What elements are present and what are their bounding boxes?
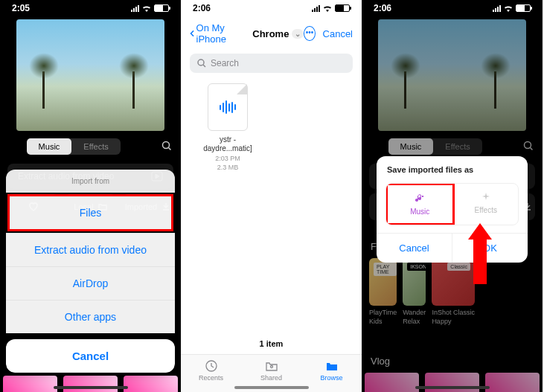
status-bar: 2:05	[0, 0, 181, 16]
wifi-icon	[142, 5, 151, 12]
video-preview[interactable]	[16, 19, 164, 131]
file-name: ystr -	[194, 135, 261, 144]
search-icon[interactable]	[161, 141, 172, 153]
file-size: 2.3 MB	[194, 164, 261, 171]
modal-title: Save imported files as	[377, 156, 528, 183]
save-type-choices: Music Effects	[385, 183, 519, 225]
search-field[interactable]: Search	[190, 54, 353, 73]
tab-recents[interactable]: Recents	[181, 355, 241, 392]
annotation-arrow	[470, 223, 490, 283]
signal-icon	[493, 5, 501, 12]
folder-icon	[325, 359, 339, 373]
status-icons	[493, 4, 531, 12]
signal-icon	[312, 5, 320, 12]
audio-tabs: Music Effects	[0, 134, 181, 159]
svg-point-2	[198, 60, 204, 65]
sparkle-icon	[480, 191, 492, 203]
option-other-apps[interactable]: Other apps	[6, 300, 175, 333]
save-as-modal: Save imported files as Music Effects Can…	[377, 156, 528, 263]
choice-music[interactable]: Music	[385, 183, 455, 225]
modal-cancel[interactable]: Cancel	[377, 234, 452, 263]
files-cancel[interactable]: Cancel	[323, 28, 353, 39]
choice-effects[interactable]: Effects	[454, 184, 519, 225]
tab-effects[interactable]: Effects	[71, 138, 120, 155]
wifi-icon	[323, 5, 332, 12]
tab-browse[interactable]: Browse	[301, 355, 362, 392]
search-placeholder: Search	[211, 58, 239, 68]
home-indicator	[415, 386, 490, 389]
status-bar: 2:06	[362, 0, 543, 16]
back-button[interactable]: On My iPhone	[190, 22, 240, 45]
sheet-title: Import from	[6, 170, 175, 193]
vlog-thumbs	[0, 376, 181, 392]
file-name: daydre...matic]	[194, 144, 261, 153]
svg-point-0	[163, 141, 170, 148]
screen-2-files-browser: 2:06 On My iPhone Chrome ⌄ ••• Cancel Se…	[181, 0, 362, 392]
clock: 2:06	[374, 3, 391, 13]
search-icon	[197, 59, 206, 68]
battery-icon	[516, 4, 531, 12]
screen-3-save-dialog: 2:06 Music Effects Extract audio from vi…	[362, 0, 543, 392]
files-navbar: On My iPhone Chrome ⌄ ••• Cancel	[181, 16, 362, 51]
chevron-down-icon: ⌄	[292, 29, 304, 39]
segment-control: Music Effects	[27, 138, 121, 155]
tab-music[interactable]: Music	[27, 138, 72, 155]
music-note-icon	[414, 193, 426, 205]
screen-1-music-import: 2:05 Music Effects Extract audio from vi…	[0, 0, 181, 392]
clock: 2:05	[12, 3, 30, 13]
shared-folder-icon	[265, 359, 278, 373]
file-item[interactable]: ystr - daydre...matic] 2:03 PM 2.3 MB	[194, 83, 261, 171]
status-bar: 2:06	[181, 0, 362, 16]
chevron-left-icon	[190, 28, 195, 39]
clock-icon	[205, 359, 218, 373]
battery-icon	[335, 4, 350, 12]
clock: 2:06	[193, 3, 211, 13]
option-files[interactable]: Files	[7, 194, 173, 231]
home-indicator	[54, 386, 128, 389]
import-action-sheet: Import from Files Extract audio from vid…	[6, 170, 175, 373]
svg-point-4	[270, 366, 272, 368]
home-indicator	[234, 386, 309, 389]
sheet-cancel[interactable]: Cancel	[6, 339, 175, 373]
files-bottom: 1 item Recents Shared Browse	[181, 333, 362, 392]
folder-title[interactable]: Chrome ⌄	[252, 28, 304, 39]
modal-actions: Cancel OK	[377, 233, 528, 263]
status-icons	[131, 4, 169, 12]
audio-file-icon	[208, 83, 248, 131]
signal-icon	[131, 5, 139, 12]
option-extract-audio[interactable]: Extract audio from video	[6, 233, 175, 266]
option-airdrop[interactable]: AirDrop	[6, 266, 175, 300]
item-count: 1 item	[181, 333, 362, 354]
more-button[interactable]: •••	[304, 26, 315, 41]
status-icons	[312, 4, 350, 12]
battery-icon	[154, 4, 169, 12]
file-time: 2:03 PM	[194, 155, 261, 162]
wifi-icon	[504, 5, 513, 12]
